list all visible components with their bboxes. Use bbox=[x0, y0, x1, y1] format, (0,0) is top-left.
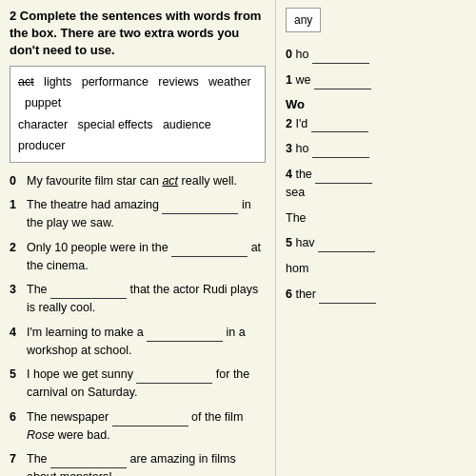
right-blank-4 bbox=[315, 171, 372, 184]
right-text-2: I'd bbox=[295, 117, 307, 130]
blank-6 bbox=[112, 413, 188, 426]
question-text: Complete the sentences with words from t… bbox=[10, 9, 261, 57]
right-hom: hom bbox=[286, 262, 308, 275]
sentence-num-5: 5 bbox=[10, 366, 23, 384]
right-num-0: 0 bbox=[286, 48, 292, 61]
blank-3 bbox=[50, 286, 127, 299]
right-text-4b: sea bbox=[286, 186, 305, 199]
sentence-num-3: 3 bbox=[10, 281, 23, 299]
right-blank-5 bbox=[318, 240, 375, 252]
right-num-3: 3 bbox=[286, 142, 292, 155]
right-hom-text: hom bbox=[286, 260, 466, 278]
right-item-4: 4 the sea bbox=[286, 166, 466, 202]
sentence-text-5: I hope we get sunny for the carnival on … bbox=[27, 366, 266, 402]
right-blank-0 bbox=[312, 51, 369, 64]
sentence-item-5: 5 I hope we get sunny for the carnival o… bbox=[10, 366, 266, 402]
right-panel: any 0 ho 1 we Wo 2 I'd 3 ho 4 the sea Th… bbox=[276, 0, 476, 476]
sentence-text-0: My favourite film star can act really we… bbox=[27, 172, 266, 190]
right-num-1: 1 bbox=[286, 73, 292, 87]
sentence-text-3: The that the actor Rudi plays is really … bbox=[27, 281, 266, 317]
right-text-5: hav bbox=[295, 236, 314, 249]
right-blank-3 bbox=[312, 146, 369, 158]
right-num-5: 5 bbox=[286, 236, 292, 249]
sentence-item-2: 2 Only 10 people were in the at the cine… bbox=[10, 239, 266, 275]
sentence-item-4: 4 I'm learning to make a in a workshop a… bbox=[10, 324, 266, 360]
word-act: act bbox=[18, 75, 34, 89]
right-text-4: the bbox=[295, 168, 311, 181]
sentence-text-4: I'm learning to make a in a workshop at … bbox=[27, 324, 266, 360]
blank-1 bbox=[162, 201, 238, 214]
sentence-text-1: The theatre had amazing in the play we s… bbox=[27, 196, 266, 232]
sentence-num-7: 7 bbox=[10, 450, 23, 468]
right-any-box-container: any bbox=[286, 8, 466, 38]
right-item-0: 0 ho bbox=[286, 46, 466, 64]
any-box: any bbox=[286, 8, 321, 32]
right-item-3: 3 ho bbox=[286, 140, 466, 158]
sentence-item-3: 3 The that the actor Rudi plays is reall… bbox=[10, 281, 266, 317]
right-blank-6 bbox=[319, 291, 376, 304]
right-num-2: 2 bbox=[286, 117, 292, 130]
right-item-5: 5 hav bbox=[286, 234, 466, 252]
blank-4 bbox=[147, 328, 223, 342]
right-item-1: 1 we bbox=[286, 71, 466, 89]
example-answer: act bbox=[162, 174, 178, 188]
right-text-1: we bbox=[295, 73, 310, 87]
right-text-6: ther bbox=[295, 288, 316, 301]
left-panel: 2 Complete the sentences with words from… bbox=[0, 0, 276, 476]
blank-7 bbox=[50, 455, 127, 468]
right-num-4: 4 bbox=[286, 168, 292, 181]
right-section-title: Wo bbox=[286, 97, 466, 111]
right-text-0: ho bbox=[295, 48, 308, 61]
sentence-item-0: 0 My favourite film star can act really … bbox=[10, 172, 266, 190]
word-box: act lights performance reviews weather p… bbox=[10, 66, 266, 163]
sentence-text-7: The are amazing in films about monsters! bbox=[27, 450, 266, 476]
right-text-3: ho bbox=[295, 142, 308, 155]
blank-5 bbox=[136, 370, 212, 384]
sentence-num-2: 2 bbox=[10, 239, 23, 257]
sentence-item-6: 6 The newspaper of the film Rose were ba… bbox=[10, 408, 266, 445]
right-the-text: The bbox=[286, 209, 466, 228]
blank-2 bbox=[171, 244, 248, 257]
sentence-text-6: The newspaper of the film Rose were bad. bbox=[27, 408, 266, 445]
sentence-num-4: 4 bbox=[10, 324, 23, 342]
right-blank-1 bbox=[314, 77, 371, 89]
sentence-num-1: 1 bbox=[10, 196, 23, 214]
right-blank-2 bbox=[311, 120, 368, 132]
question-number: 2 bbox=[10, 9, 16, 23]
sentence-text-2: Only 10 people were in the at the cinema… bbox=[27, 239, 266, 275]
sentence-item-1: 1 The theatre had amazing in the play we… bbox=[10, 196, 266, 232]
right-item-6: 6 ther bbox=[286, 286, 466, 304]
sentence-list: 0 My favourite film star can act really … bbox=[10, 172, 266, 476]
question-header: 2 Complete the sentences with words from… bbox=[10, 8, 266, 60]
sentence-item-7: 7 The are amazing in films about monster… bbox=[10, 450, 266, 476]
right-num-6: 6 bbox=[286, 288, 292, 301]
right-the: The bbox=[286, 211, 307, 225]
right-item-2: 2 I'd bbox=[286, 115, 466, 133]
sentence-num-6: 6 bbox=[10, 408, 23, 426]
sentence-num-0: 0 bbox=[10, 172, 23, 190]
